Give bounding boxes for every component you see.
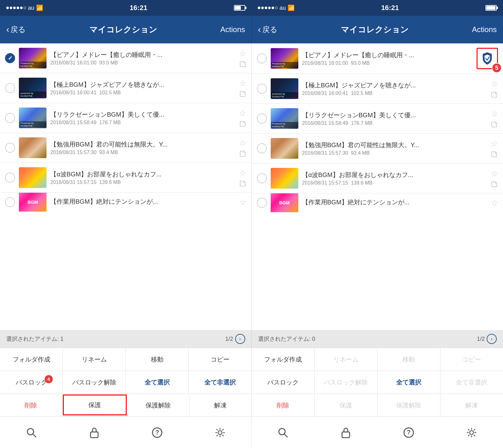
page-next-right[interactable]: › xyxy=(487,334,497,344)
action-row-3-left: 削除 保護 保護解除 解凍 xyxy=(0,394,252,417)
item-title: 【α波BGM】お部屋をおしゃれなカフ... xyxy=(302,171,487,179)
svg-line-3 xyxy=(33,434,36,437)
thaw-button-left[interactable]: 解凍 xyxy=(190,394,252,417)
checkbox-right-4[interactable] xyxy=(257,173,267,183)
help-tab-left[interactable]: ? xyxy=(126,417,189,448)
checkbox-right-5[interactable] xyxy=(257,198,267,208)
list-item[interactable]: Powered by HIJINOTIE 【ピアノ】メドレー【癒しの睡眠用・..… xyxy=(0,43,252,73)
checkbox-right-1[interactable] xyxy=(257,84,267,94)
protect-button-left[interactable]: 保護 xyxy=(63,395,127,415)
star-icon[interactable]: ☆ xyxy=(239,79,246,88)
item-title: 【勉強用BGM】君の可能性は無限大。Y... xyxy=(302,141,487,149)
item-info-right-0: 【ピアノ】メドレー【癒しの睡眠用・... 2016/08/31 16:01:00… xyxy=(302,51,473,66)
checkbox-right-3[interactable] xyxy=(257,143,267,153)
deselect-all-button-left[interactable]: 全て非選択 xyxy=(189,371,251,394)
item-meta: 2016/08/31 16:01:00 93.0 MB xyxy=(50,60,235,66)
list-item[interactable]: 【α波BGM】お部屋をおしゃれなカフ... 2016/08/31 15:57:1… xyxy=(252,163,503,193)
back-button-right[interactable]: ‹ 戻る xyxy=(258,25,278,35)
item-meta: 2016/08/31 16:00:41 102.5 MB xyxy=(50,90,235,96)
page-text-right: 1/2 xyxy=(477,336,485,342)
shield-badge: 5 xyxy=(477,48,498,69)
thumb-label: Powered by HIJINOTIE xyxy=(19,62,47,68)
checkbox-left-4[interactable] xyxy=(5,173,15,183)
checkbox-left-5[interactable] xyxy=(5,197,15,207)
passlock-button-left[interactable]: パスロック 4 xyxy=(0,371,63,394)
page-nav-left: 1/2 › xyxy=(225,334,245,344)
list-item[interactable]: 【勉強用BGM】君の可能性は無限大。Y... 2016/08/31 15:57:… xyxy=(252,134,503,163)
thumbnail-right-4 xyxy=(271,168,298,189)
rdot5 xyxy=(272,7,274,9)
item-actions-right-1: ☆ xyxy=(490,79,498,98)
info-half-right: 選択されたアイテム: 0 1/2 › xyxy=(252,330,503,348)
list-item[interactable]: 【勉強用BGM】君の可能性は無限大。Y... 2016/08/31 15:57:… xyxy=(0,133,252,163)
lock-tab-left[interactable] xyxy=(63,417,126,448)
back-button-left[interactable]: ‹ 戻る xyxy=(6,25,26,35)
move-button-left[interactable]: 移動 xyxy=(126,348,189,371)
list-item[interactable]: powered by HIJINOTIE 【極上BGM】ジャズピアノを聴きなが.… xyxy=(252,74,503,104)
select-all-button-left[interactable]: 全て選択 xyxy=(126,371,189,394)
delete-button-left[interactable]: 削除 xyxy=(0,394,62,417)
star-icon[interactable]: ☆ xyxy=(239,108,246,118)
lock-tab-right[interactable] xyxy=(314,417,377,448)
list-item[interactable]: Powered by HIJINOTIE 【ピアノ】メドレー【癒しの睡眠用・..… xyxy=(252,43,503,74)
battery-right xyxy=(485,5,497,11)
checkbox-left-2[interactable] xyxy=(5,113,15,123)
checkbox-right-2[interactable] xyxy=(257,113,267,124)
list-item[interactable]: Powered by HIJINOTIE 【リラクゼーションBGM】美しくて優.… xyxy=(0,103,252,133)
search-tab-left[interactable] xyxy=(0,417,63,448)
item-actions-right-0: 5 xyxy=(477,48,498,69)
passlock-release-button-left[interactable]: パスロック解除 xyxy=(63,371,126,394)
back-label-left: 戻る xyxy=(10,25,26,35)
list-item[interactable]: BGM 【作業用BGM】絶対にテンションが... ☆ xyxy=(0,193,252,212)
protect-release-button-right: 保護解除 xyxy=(378,394,440,417)
thumbnail-right-3 xyxy=(271,138,298,159)
folder-create-button-right[interactable]: フォルダ作成 xyxy=(252,348,315,371)
status-bar-left: au 📶 16:21 xyxy=(0,0,252,16)
delete-button-right[interactable]: 削除 xyxy=(252,394,315,417)
fold-icon xyxy=(239,120,246,128)
passlock-release-button-right: パスロック解除 xyxy=(315,371,378,394)
deselect-all-button-right: 全て非選択 xyxy=(440,371,503,394)
copy-button-left[interactable]: コピー xyxy=(189,348,251,371)
star-icon[interactable]: ☆ xyxy=(491,79,498,89)
page-next-left[interactable]: › xyxy=(235,334,245,344)
select-all-button-right[interactable]: 全て選択 xyxy=(378,371,440,394)
checkbox-left-0[interactable] xyxy=(5,53,15,63)
help-tab-right[interactable]: ? xyxy=(377,417,440,448)
list-item[interactable]: BGM 【作業用BGM】絶対にテンションが... ☆ xyxy=(252,193,503,212)
item-info-right-1: 【極上BGM】ジャズピアノを聴きなが... 2016/08/31 16:00:4… xyxy=(302,81,487,96)
item-info-left-5: 【作業用BGM】絶対にテンションが... xyxy=(50,197,235,207)
checkbox-left-1[interactable] xyxy=(5,83,15,93)
star-icon[interactable]: ☆ xyxy=(239,197,246,207)
protect-release-button-left[interactable]: 保護解除 xyxy=(127,394,190,417)
star-icon[interactable]: ☆ xyxy=(239,138,246,148)
time-left: 16:21 xyxy=(130,4,147,12)
star-icon[interactable]: ☆ xyxy=(491,109,498,119)
actions-button-right[interactable]: Actions xyxy=(472,25,497,34)
status-bar: au 📶 16:21 au 📶 16:21 xyxy=(0,0,503,16)
passlock-button-right[interactable]: パスロック xyxy=(252,371,315,394)
checkbox-left-3[interactable] xyxy=(5,143,15,153)
page-text-left: 1/2 xyxy=(225,336,233,342)
star-icon[interactable]: ☆ xyxy=(239,168,246,178)
list-item[interactable]: 【α波BGM】お部屋をおしゃれなカフ... 2016/08/31 15:57:1… xyxy=(0,163,252,193)
star-icon[interactable]: ☆ xyxy=(239,49,246,58)
star-icon[interactable]: ☆ xyxy=(491,198,498,208)
wifi-icon-right: 📶 xyxy=(288,4,295,11)
list-item[interactable]: powered by HIJINOTIE 【極上BGM】ジャズピアノを聴きなが.… xyxy=(0,73,252,103)
gear-icon xyxy=(214,427,226,438)
thumb-label: Powered by HIJINOTIE xyxy=(271,62,298,68)
settings-tab-right[interactable] xyxy=(440,417,503,448)
help-icon: ? xyxy=(152,427,163,438)
settings-tab-left[interactable] xyxy=(189,417,252,448)
rename-button-left[interactable]: リネーム xyxy=(63,348,126,371)
star-icon[interactable]: ☆ xyxy=(491,139,498,149)
search-tab-right[interactable] xyxy=(252,417,315,448)
actions-button-left[interactable]: Actions xyxy=(220,25,245,34)
item-meta: 2016/08/31 15:57:30 93.4 MB xyxy=(50,150,235,155)
folder-create-button-left[interactable]: フォルダ作成 xyxy=(0,348,63,371)
checkbox-right-0[interactable] xyxy=(257,53,267,64)
list-item[interactable]: Powered by HIJINOTIE 【リラクゼーションBGM】美しくて優.… xyxy=(252,104,503,134)
item-actions-left-2: ☆ xyxy=(239,108,246,128)
star-icon[interactable]: ☆ xyxy=(491,169,498,179)
